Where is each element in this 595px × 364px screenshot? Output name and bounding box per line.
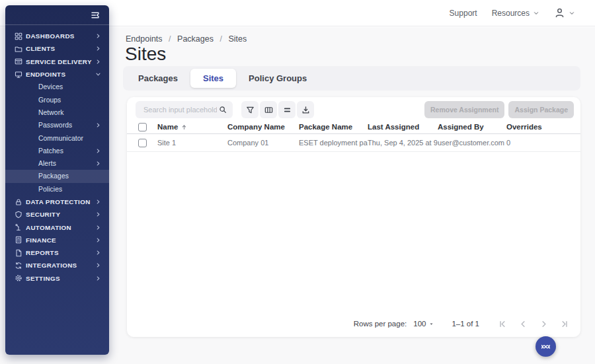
cell-last-assigned: Thu, Sep 4, 2025 at 9:18 ...	[368, 139, 438, 147]
table-actions: Remove Assignment Assign Package	[424, 101, 574, 118]
breadcrumb-separator: /	[219, 34, 221, 44]
table-header-row: Name Company Name Package Name Last Assi…	[127, 120, 580, 134]
chevron-right-icon	[95, 59, 101, 65]
rows-per-page-select[interactable]: 100	[413, 320, 434, 328]
reports-icon	[15, 249, 22, 257]
sidebar-item-security[interactable]: SECURITY	[5, 208, 109, 221]
remove-assignment-button[interactable]: Remove Assignment	[424, 101, 504, 118]
app-window: Support Resources Endpoints / Packages /…	[0, 0, 595, 364]
column-header-last-assigned[interactable]: Last Assigned	[368, 123, 438, 131]
breadcrumb-endpoints[interactable]: Endpoints	[126, 34, 163, 44]
next-page-icon	[539, 319, 549, 329]
breadcrumb-sites: Sites	[228, 34, 247, 44]
download-button[interactable]	[297, 101, 314, 118]
chevron-down-icon	[569, 10, 575, 17]
column-header-assigned-by[interactable]: Assigned By	[438, 123, 506, 131]
tab-sites[interactable]: Sites	[190, 69, 236, 88]
filter-icon	[245, 105, 255, 115]
tab-packages[interactable]: Packages	[126, 69, 190, 88]
resources-menu[interactable]: Resources	[492, 9, 539, 18]
sidebar-item-label: ENDPOINTS	[26, 71, 65, 78]
sidebar-item-network[interactable]: Network	[5, 106, 109, 119]
sidebar-item-label: INTEGRATIONS	[26, 262, 77, 269]
chevron-down-icon	[95, 71, 101, 77]
chevron-right-icon	[95, 122, 101, 128]
cell-company-name: Company 01	[227, 139, 299, 147]
assign-package-button[interactable]: Assign Package	[508, 101, 574, 118]
endpoints-icon	[15, 71, 22, 79]
caret-down-icon	[428, 321, 434, 327]
table-row[interactable]: Site 1 Company 01 ESET deployment packag…	[127, 134, 580, 152]
sidebar-item-settings[interactable]: SETTINGS	[5, 272, 109, 285]
sidebar-item-passwords[interactable]: Passwords	[5, 119, 109, 131]
sidebar-item-label: CLIENTS	[26, 45, 55, 52]
column-header-name[interactable]: Name	[157, 123, 227, 131]
sidebar-item-data-protection[interactable]: DATA PROTECTION	[5, 196, 109, 208]
sidebar-item-policies[interactable]: Policies	[5, 183, 109, 196]
filter-button[interactable]	[241, 101, 258, 118]
next-page-button[interactable]	[536, 316, 551, 331]
sidebar-item-groups[interactable]: Groups	[5, 93, 109, 106]
sidebar-collapse-button[interactable]	[89, 9, 101, 21]
column-header-company-name[interactable]: Company Name	[227, 123, 299, 131]
column-header-package-name[interactable]: Package Name	[299, 123, 368, 131]
sidebar-item-label: Policies	[38, 186, 62, 193]
cell-overrides: 0	[506, 139, 573, 147]
sidebar-item-clients[interactable]: CLIENTS	[5, 42, 109, 55]
help-fab-button[interactable]	[536, 336, 556, 357]
sidebar-item-label: FINANCE	[26, 237, 56, 244]
sidebar-item-automation[interactable]: AUTOMATION	[5, 221, 109, 233]
collapse-menu-icon	[90, 10, 100, 20]
pagination-range: 1–1 of 1	[452, 320, 479, 328]
last-page-button[interactable]	[557, 316, 571, 331]
rows-per-page-value: 100	[413, 320, 426, 328]
breadcrumb-separator: /	[169, 34, 171, 44]
column-label: Name	[157, 123, 178, 131]
sidebar-item-finance[interactable]: FINANCE	[5, 234, 109, 246]
sidebar-item-reports[interactable]: REPORTS	[5, 246, 109, 259]
table-toolbar: Remove Assignment Assign Package	[127, 97, 580, 120]
support-link[interactable]: Support	[450, 9, 477, 18]
first-page-button[interactable]	[495, 316, 510, 331]
chevron-right-icon	[95, 262, 101, 268]
chevron-right-icon	[95, 250, 101, 256]
sidebar-item-label: SERVICE DELIVERY	[26, 58, 92, 65]
column-header-overrides[interactable]: Overrides	[506, 123, 573, 131]
columns-button[interactable]	[260, 101, 277, 118]
search-input[interactable]	[142, 105, 218, 114]
last-page-icon	[559, 319, 569, 329]
density-button[interactable]	[278, 101, 296, 118]
sidebar-item-patches[interactable]: Patches	[5, 145, 109, 157]
previous-page-button[interactable]	[516, 316, 530, 331]
sidebar-item-label: Packages	[38, 172, 69, 180]
sidebar-item-dashboards[interactable]: DASHBOARDS	[5, 30, 109, 42]
select-all-checkbox[interactable]	[138, 123, 147, 131]
search-box[interactable]	[136, 101, 233, 118]
density-icon	[282, 105, 292, 115]
lock-icon	[15, 198, 22, 206]
sidebar-item-label: SECURITY	[26, 211, 60, 218]
chevron-down-icon	[533, 10, 539, 17]
chevron-right-icon	[95, 46, 101, 52]
breadcrumb: Endpoints / Packages / Sites	[126, 34, 247, 44]
sidebar-item-service-delivery[interactable]: SERVICE DELIVERY	[5, 55, 109, 68]
chevron-right-icon	[95, 199, 101, 205]
sidebar-item-devices[interactable]: Devices	[5, 81, 109, 93]
service-delivery-icon	[15, 57, 22, 65]
sidebar-item-communicator[interactable]: Communicator	[5, 131, 109, 144]
sidebar-nav: DASHBOARDS CLIENTS SERVICE DELIVERY ENDP…	[5, 30, 109, 285]
row-checkbox[interactable]	[138, 139, 147, 147]
integrations-icon	[15, 262, 22, 270]
shield-icon	[15, 211, 22, 219]
breadcrumb-packages[interactable]: Packages	[177, 34, 214, 44]
sidebar-item-alerts[interactable]: Alerts	[5, 157, 109, 170]
sidebar-item-packages[interactable]: Packages	[5, 170, 109, 182]
sidebar-item-endpoints[interactable]: ENDPOINTS	[5, 68, 109, 81]
tab-policy-groups[interactable]: Policy Groups	[236, 69, 319, 88]
table-view-controls	[241, 101, 314, 118]
chevron-right-icon	[95, 148, 101, 154]
first-page-icon	[498, 319, 508, 329]
sidebar-item-integrations[interactable]: INTEGRATIONS	[5, 259, 109, 272]
page-title: Sites	[125, 44, 166, 65]
account-menu[interactable]	[554, 7, 575, 18]
